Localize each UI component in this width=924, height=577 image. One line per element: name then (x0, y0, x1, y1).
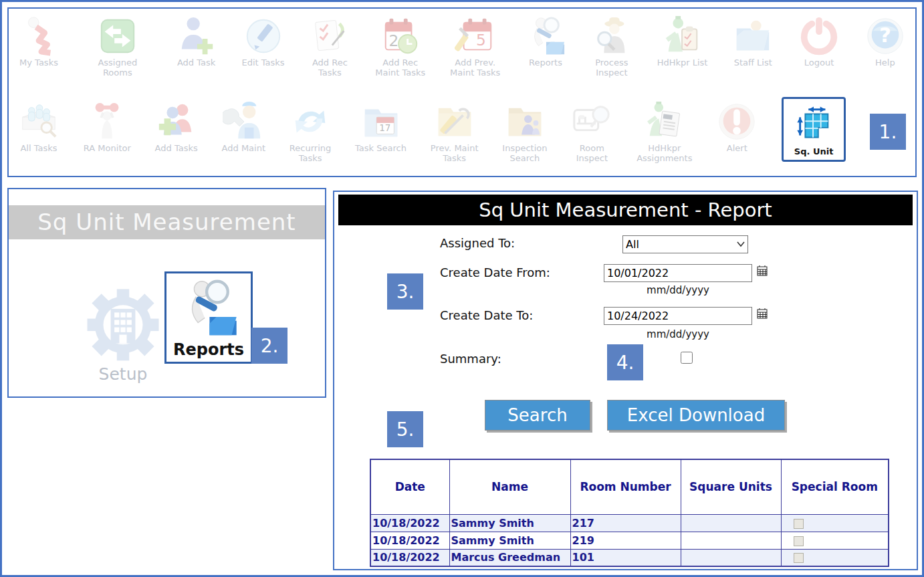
room-inspect-icon (571, 101, 612, 142)
assigned-to-select-wrap: All (622, 235, 748, 253)
table-row: 10/18/2022Sammy Smith219 (370, 532, 889, 549)
add-rec-tasks-icon (309, 15, 350, 57)
process-inspect-icon (591, 15, 632, 57)
toolbar-item-process-inspect[interactable]: Process Inspect (591, 15, 632, 78)
toolbar-item-task-search[interactable]: 17Task Search (355, 101, 407, 154)
cell-special-room (781, 532, 889, 549)
reports-icon (525, 15, 566, 57)
staff-list-icon (732, 15, 774, 57)
step-badge-5: 5. (387, 411, 423, 447)
create-date-to-input[interactable] (604, 307, 752, 325)
cell-name: Sammy Smith (449, 514, 570, 532)
cell-name: Marcus Greedman (449, 549, 570, 566)
toolbar-item-all-tasks[interactable]: All Tasks (18, 101, 60, 154)
column-header-name: Name (449, 459, 570, 514)
panel-title: Sq Unit Measurement (9, 205, 325, 239)
special-room-checkbox (794, 536, 804, 546)
add-prev-maint-tasks-icon: 5 (455, 15, 496, 57)
toolbar-item-add-prev-maint-tasks[interactable]: 5Add Prev. Maint Tasks (450, 15, 500, 78)
toolbar-row-2: All TasksRA MonitorAdd TasksAdd MaintRec… (9, 94, 915, 180)
calendar-icon[interactable] (757, 308, 768, 319)
cell-square-units (681, 514, 781, 532)
cell-special-room (781, 549, 889, 566)
sq-unit-icon (793, 104, 834, 146)
logout-icon (798, 15, 840, 57)
excel-download-button[interactable]: Excel Download (607, 400, 785, 431)
toolbar-item-room-inspect[interactable]: Room Inspect (571, 101, 612, 164)
cell-date: 10/18/2022 (370, 549, 449, 566)
special-room-checkbox (794, 519, 804, 529)
create-date-from-input[interactable] (604, 264, 752, 282)
cell-room-number: 101 (570, 549, 681, 566)
toolbar-item-help[interactable]: ?Help (864, 15, 906, 68)
toolbar-item-my-tasks[interactable]: My Tasks (18, 15, 60, 68)
cell-room-number: 217 (570, 514, 681, 532)
left-panel-item-reports[interactable]: Reports (164, 271, 253, 364)
cell-date: 10/18/2022 (370, 532, 449, 549)
report-panel: Sq Unit Measurement - Report 3. 4. 5. As… (333, 191, 918, 570)
main-toolbar: My TasksAssigned RoomsAdd TaskEdit Tasks… (7, 7, 917, 177)
assigned-to-label: Assigned To: (440, 236, 515, 250)
help-icon: ? (864, 15, 906, 57)
toolbar-item-ra-monitor[interactable]: RA Monitor (84, 101, 131, 154)
toolbar-item-recurring-tasks[interactable]: Recurring Tasks (290, 101, 331, 164)
ra-monitor-icon (86, 101, 128, 142)
recurring-tasks-icon (290, 101, 331, 142)
calendar-icon[interactable] (757, 265, 768, 276)
cell-name: Sammy Smith (449, 532, 570, 549)
toolbar-item-assigned-rooms[interactable]: Assigned Rooms (84, 15, 151, 78)
column-header-special-room: Special Room (781, 459, 889, 514)
cell-square-units (681, 549, 781, 566)
all-tasks-icon (18, 101, 60, 142)
my-tasks-icon (18, 15, 60, 57)
setup-icon (84, 284, 162, 363)
column-header-square-units: Square Units (681, 459, 781, 514)
svg-text:5: 5 (476, 31, 486, 49)
table-header-row: DateNameRoom NumberSquare UnitsSpecial R… (370, 459, 889, 514)
toolbar-item-hdhkpr-assignments[interactable]: HdHkpr Assignments (637, 101, 692, 164)
toolbar-item-sq-unit[interactable]: Sq. Unit (782, 97, 846, 162)
prev-maint-tasks-icon (434, 101, 475, 142)
cell-date: 10/18/2022 (370, 514, 449, 532)
cell-special-room (781, 514, 889, 532)
toolbar-item-edit-tasks[interactable]: Edit Tasks (241, 15, 284, 68)
app-window: My TasksAssigned RoomsAdd TaskEdit Tasks… (0, 0, 924, 577)
svg-text:17: 17 (379, 122, 390, 133)
table-row: 10/18/2022Marcus Greedman101 (370, 549, 889, 566)
toolbar-item-add-maint[interactable]: Add Maint (222, 101, 265, 154)
toolbar-item-add-rec-maint-tasks[interactable]: 2Add Rec Maint Tasks (375, 15, 425, 78)
toolbar-item-inspection-search[interactable]: Inspection Search (502, 101, 547, 164)
hdhkpr-assignments-icon (644, 101, 685, 142)
results-table: DateNameRoom NumberSquare UnitsSpecial R… (370, 459, 889, 567)
svg-text:?: ? (879, 23, 891, 47)
cell-room-number: 219 (570, 532, 681, 549)
hdhkpr-list-icon (662, 15, 703, 57)
toolbar-item-add-task[interactable]: Add Task (176, 15, 217, 68)
add-rec-maint-tasks-icon: 2 (380, 15, 421, 57)
sq-unit-measurement-panel: Sq Unit Measurement SetupReports 2. (7, 188, 326, 398)
assigned-to-select[interactable]: All (622, 235, 748, 253)
toolbar-item-add-rec-tasks[interactable]: Add Rec Tasks (309, 15, 350, 78)
toolbar-item-alert[interactable]: Alert (716, 101, 758, 154)
task-search-icon: 17 (360, 101, 402, 142)
date-from-format-hint: mm/dd/yyyy (604, 284, 752, 296)
create-date-to-label: Create Date To: (440, 308, 533, 322)
toolbar-item-prev-maint-tasks[interactable]: Prev. Maint Tasks (431, 101, 479, 164)
toolbar-item-hdhkpr-list[interactable]: HdHkpr List (657, 15, 708, 68)
assigned-rooms-icon (97, 15, 138, 57)
toolbar-item-reports[interactable]: Reports (525, 15, 566, 68)
column-header-date: Date (370, 459, 449, 514)
cell-square-units (681, 532, 781, 549)
add-task-icon (176, 15, 217, 57)
edit-tasks-icon (243, 15, 284, 57)
summary-checkbox[interactable] (681, 352, 693, 364)
left-panel-item-setup[interactable]: Setup (84, 284, 162, 384)
inspection-search-icon (504, 101, 546, 142)
toolbar-item-logout[interactable]: Logout (798, 15, 840, 68)
step-badge-4: 4. (607, 344, 643, 380)
toolbar-item-staff-list[interactable]: Staff List (732, 15, 774, 68)
toolbar-item-add-tasks[interactable]: Add Tasks (155, 101, 198, 154)
create-date-from-label: Create Date From: (440, 265, 550, 279)
table-row: 10/18/2022Sammy Smith217 (370, 514, 889, 532)
search-button[interactable]: Search (485, 400, 590, 431)
